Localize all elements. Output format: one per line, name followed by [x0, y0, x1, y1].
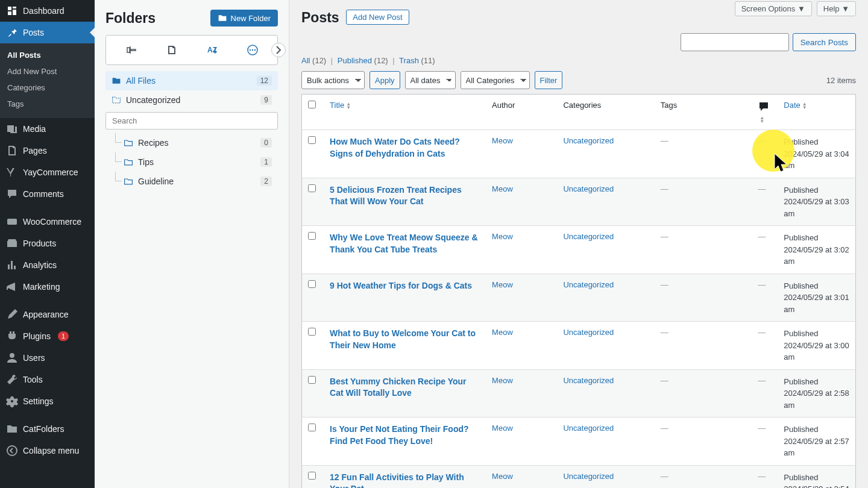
- subnav-add-new-post[interactable]: Add New Post: [0, 63, 95, 80]
- nav-comments[interactable]: Comments: [0, 183, 95, 205]
- post-date: Published2024/05/29 at 3:00 am: [778, 322, 855, 370]
- post-title-link[interactable]: How Much Water Do Cats Need? Signs of De…: [330, 137, 460, 158]
- nav-posts[interactable]: Posts: [0, 22, 95, 43]
- select-all-checkbox[interactable]: [308, 101, 316, 108]
- nav-dashboard[interactable]: Dashboard: [0, 0, 95, 22]
- nav-tools[interactable]: Tools: [0, 369, 95, 390]
- svg-rect-0: [7, 219, 17, 225]
- apply-button[interactable]: Apply: [370, 71, 400, 89]
- row-checkbox[interactable]: [308, 184, 316, 192]
- nav-catfolders[interactable]: CatFolders: [0, 418, 95, 440]
- nav-comments-label: Comments: [23, 189, 64, 199]
- new-folder-button[interactable]: New Folder: [210, 10, 278, 27]
- post-category-link[interactable]: Uncategorized: [563, 328, 614, 337]
- more-button[interactable]: [242, 42, 263, 58]
- folder-search-input[interactable]: [105, 112, 278, 130]
- post-tags: —: [655, 465, 752, 488]
- post-category-link[interactable]: Uncategorized: [563, 184, 614, 193]
- sort-button[interactable]: AZ: [201, 42, 223, 58]
- sort-icon: [760, 116, 764, 123]
- post-category-link[interactable]: Uncategorized: [563, 232, 614, 241]
- page-title: Posts: [301, 10, 339, 26]
- nav-users[interactable]: Users: [0, 347, 95, 369]
- filter-button[interactable]: Filter: [535, 71, 563, 89]
- nav-yaycommerce[interactable]: YayCommerce: [0, 161, 95, 183]
- post-author-link[interactable]: Meow: [492, 376, 513, 385]
- nav-products[interactable]: Products: [0, 233, 95, 254]
- post-comments: —: [752, 130, 778, 178]
- nav-settings[interactable]: Settings: [0, 390, 95, 412]
- subnav-all-posts[interactable]: All Posts: [0, 47, 95, 63]
- post-author-link[interactable]: Meow: [492, 424, 513, 433]
- nav-marketing[interactable]: Marketing: [0, 276, 95, 298]
- post-title-link[interactable]: Best Yummy Chicken Recipe Your Cat Will …: [330, 377, 466, 398]
- filter-published[interactable]: Published: [338, 56, 372, 65]
- folders-panel: Folders New Folder AZ All Files 12 Uncat…: [95, 0, 289, 488]
- comments-icon[interactable]: [758, 105, 770, 114]
- folder-item[interactable]: Tips1: [113, 152, 278, 172]
- table-row: What to Buy to Welcome Your Cat to Their…: [302, 322, 856, 370]
- users-icon: [6, 352, 18, 364]
- nav-appearance[interactable]: Appearance: [0, 304, 95, 325]
- post-author-link[interactable]: Meow: [492, 232, 513, 241]
- col-title[interactable]: Title: [330, 101, 344, 110]
- post-category-link[interactable]: Uncategorized: [563, 280, 614, 289]
- post-title-link[interactable]: What to Buy to Welcome Your Cat to Their…: [330, 328, 476, 350]
- post-tags: —: [655, 178, 752, 226]
- nav-collapse[interactable]: Collapse menu: [0, 440, 95, 461]
- nav-media[interactable]: Media: [0, 118, 95, 140]
- post-category-link[interactable]: Uncategorized: [563, 472, 614, 481]
- folder-item[interactable]: Guideline2: [113, 172, 278, 191]
- post-author-link[interactable]: Meow: [492, 328, 513, 337]
- post-author-link[interactable]: Meow: [492, 184, 513, 193]
- nav-pages[interactable]: Pages: [0, 140, 95, 161]
- filter-all[interactable]: All: [301, 56, 310, 65]
- post-title-link[interactable]: 9 Hot Weather Tips for Dogs & Cats: [330, 281, 472, 290]
- help-button[interactable]: Help ▼: [817, 1, 856, 16]
- row-checkbox[interactable]: [308, 280, 316, 288]
- collapse-panel-button[interactable]: [271, 43, 286, 57]
- search-posts-button[interactable]: Search Posts: [793, 33, 856, 51]
- row-checkbox[interactable]: [308, 424, 316, 431]
- col-date[interactable]: Date: [784, 101, 800, 110]
- post-author-link[interactable]: Meow: [492, 136, 513, 145]
- sort-icon: [802, 102, 807, 109]
- rename-button[interactable]: [121, 42, 142, 58]
- search-box: Search Posts: [301, 33, 856, 51]
- delete-button[interactable]: [161, 42, 183, 58]
- nav-pages-label: Pages: [23, 146, 47, 155]
- marketing-icon: [6, 281, 18, 293]
- subnav-categories[interactable]: Categories: [0, 80, 95, 96]
- row-checkbox[interactable]: [308, 472, 316, 480]
- nav-woocommerce[interactable]: WooCommerce: [0, 211, 95, 233]
- post-category-link[interactable]: Uncategorized: [563, 376, 614, 385]
- post-title-link[interactable]: Why We Love Treat Meow Squeeze & Thank Y…: [330, 233, 478, 254]
- post-author-link[interactable]: Meow: [492, 280, 513, 289]
- row-checkbox[interactable]: [308, 232, 316, 240]
- post-category-link[interactable]: Uncategorized: [563, 136, 614, 145]
- post-date: Published2024/05/29 at 2:57 am: [778, 418, 855, 466]
- dates-select[interactable]: All dates: [405, 71, 456, 89]
- row-checkbox[interactable]: [308, 136, 316, 144]
- row-checkbox[interactable]: [308, 328, 316, 336]
- collapse-icon: [6, 445, 18, 457]
- add-new-post-button[interactable]: Add New Post: [346, 10, 409, 25]
- folder-all-files[interactable]: All Files 12: [105, 71, 278, 90]
- post-title-link[interactable]: Is Your Pet Not Eating Their Food? Find …: [330, 424, 469, 446]
- subnav-tags[interactable]: Tags: [0, 96, 95, 112]
- nav-analytics[interactable]: Analytics: [0, 254, 95, 276]
- nav-plugins[interactable]: Plugins1: [0, 325, 95, 347]
- post-title-link[interactable]: 5 Delicious Frozen Treat Recipes That Wi…: [330, 185, 462, 207]
- nav-posts-submenu: All Posts Add New Post Categories Tags: [0, 43, 95, 118]
- post-author-link[interactable]: Meow: [492, 472, 513, 481]
- folder-item[interactable]: Recipes0: [113, 133, 278, 152]
- folder-uncategorized[interactable]: Uncategorized 9: [105, 90, 278, 110]
- categories-select[interactable]: All Categories: [461, 71, 530, 89]
- post-category-link[interactable]: Uncategorized: [563, 424, 614, 433]
- filter-trash[interactable]: Trash: [399, 56, 419, 65]
- post-title-link[interactable]: 12 Fun Fall Activities to Play With Your…: [330, 472, 464, 489]
- row-checkbox[interactable]: [308, 376, 316, 384]
- posts-search-input[interactable]: [681, 33, 789, 51]
- bulk-actions-select[interactable]: Bulk actions: [301, 71, 365, 89]
- screen-options-button[interactable]: Screen Options ▼: [735, 1, 812, 16]
